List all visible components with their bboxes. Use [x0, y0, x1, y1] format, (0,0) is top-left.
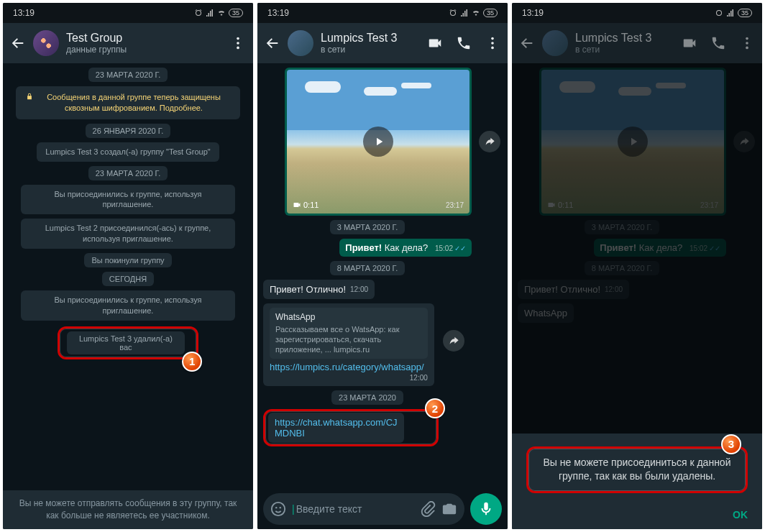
- highlight-box-3: Вы не можете присоединиться к данной гру…: [526, 446, 748, 493]
- invite-link-message[interactable]: https://chat.whatsapp.com/CJMDNBI: [268, 413, 404, 443]
- date-chip: 3 МАРТА 2020 Г.: [330, 220, 405, 234]
- link-url[interactable]: https://lumpics.ru/category/whatsapp/: [270, 362, 428, 372]
- menu-icon: [739, 35, 755, 51]
- link-title: WhatsApp: [275, 312, 422, 324]
- status-bar: 13:19 35: [3, 3, 253, 23]
- alarm-icon: [194, 9, 203, 17]
- screenshot-1: 13:19 35 Test Group данные группы 23 МАР…: [3, 3, 253, 529]
- link-preview-card[interactable]: WhatsApp Рассказываем все о WatsApp: как…: [270, 308, 428, 359]
- mic-button[interactable]: [470, 493, 502, 525]
- signal-icon: [460, 9, 469, 17]
- message-time: 12:00: [410, 374, 428, 382]
- menu-icon[interactable]: [485, 35, 500, 51]
- video-call-icon: [682, 35, 697, 51]
- svg-point-2: [237, 47, 239, 50]
- status-icons: 35: [449, 9, 498, 17]
- chat-body: 23 МАРТА 2020 Г. Сообщения в данной груп…: [3, 63, 253, 490]
- video-message[interactable]: 0:11 23:17: [285, 68, 472, 216]
- invite-link-url[interactable]: https://chat.whatsapp.com/CJMDNBI: [275, 417, 398, 439]
- group-avatar[interactable]: [33, 30, 59, 56]
- svg-point-11: [746, 47, 748, 50]
- date-chip: СЕГОДНЯ: [102, 272, 154, 286]
- signal-icon: [726, 9, 735, 17]
- callout-badge-1: 1: [182, 352, 202, 372]
- dialog-ok-button[interactable]: OK: [526, 509, 748, 520]
- callout-badge-2: 2: [425, 398, 445, 418]
- chat-body[interactable]: 0:11 23:17 3 МАРТА 2020 Г. Привет! Как д…: [257, 63, 508, 489]
- chat-title: Lumpics Test 3: [575, 32, 674, 45]
- message-time: 12:00: [350, 285, 368, 293]
- incoming-link-message[interactable]: WhatsApp Рассказываем все о WatsApp: как…: [263, 303, 434, 386]
- highlight-box-2: https://chat.whatsapp.com/CJMDNBI 2: [263, 409, 439, 446]
- camera-icon[interactable]: [441, 501, 457, 517]
- svg-point-10: [746, 42, 748, 45]
- attach-icon[interactable]: [420, 501, 436, 517]
- videocam-icon: [293, 201, 301, 209]
- forward-icon: [484, 136, 495, 147]
- video-call-icon[interactable]: [427, 35, 443, 51]
- contact-avatar: [542, 30, 568, 56]
- date-chip: 23 МАРТА 2020 Г.: [88, 166, 168, 180]
- status-time: 13:19: [13, 8, 35, 18]
- back-arrow-icon[interactable]: [265, 35, 280, 51]
- header-titles[interactable]: Test Group данные группы: [66, 32, 223, 55]
- svg-point-4: [491, 42, 494, 45]
- battery-indicator: 35: [738, 9, 752, 17]
- back-arrow-icon: [519, 35, 535, 51]
- encryption-notice[interactable]: Сообщения в данной группе теперь защищен…: [16, 86, 240, 119]
- svg-point-5: [491, 47, 494, 50]
- dialog-message: Вы не можете присоединиться к данной гру…: [539, 456, 736, 484]
- back-arrow-icon[interactable]: [10, 35, 26, 51]
- play-icon: [372, 135, 385, 148]
- system-message: Вы покинули группу: [84, 253, 171, 267]
- system-message: Lumpics Test 2 присоединился(-ась) к гру…: [21, 219, 236, 249]
- chat-header[interactable]: Lumpics Test 3 в сети: [257, 23, 508, 63]
- signal-icon: [206, 9, 214, 17]
- message-time: 15:02: [435, 244, 453, 252]
- svg-point-6: [272, 503, 285, 515]
- error-dialog: Вы не можете присоединиться к данной гру…: [512, 434, 762, 529]
- header-titles[interactable]: Lumpics Test 3 в сети: [321, 32, 420, 55]
- message-input[interactable]: Введите текст: [263, 493, 464, 525]
- play-button[interactable]: [363, 127, 393, 157]
- highlight-box-1: Lumpics Test 3 удалил(-а) вас 1: [58, 326, 198, 359]
- system-message: Вы присоединились к группе, используя пр…: [21, 185, 236, 215]
- svg-point-3: [491, 37, 494, 40]
- status-icons: 35: [194, 9, 243, 17]
- svg-point-0: [237, 37, 239, 40]
- svg-point-9: [746, 37, 748, 40]
- cannot-send-footer: Вы не можете отправлять сообщения в эту …: [3, 490, 253, 529]
- chat-title: Lumpics Test 3: [321, 32, 420, 45]
- battery-indicator: 35: [483, 9, 498, 17]
- system-message: Lumpics Test 3 создал(-а) группу "Test G…: [37, 142, 219, 162]
- wifi-icon: [217, 9, 226, 17]
- input-bar: Введите текст: [257, 489, 508, 529]
- screenshot-3: 13:19 35 Lumpics Test 3 в сети 0:11 23:1…: [512, 3, 762, 529]
- chat-subtitle: в сети: [575, 45, 674, 55]
- date-chip: 8 МАРТА 2020 Г.: [330, 261, 405, 275]
- date-chip: 23 МАРТА 2020 Г.: [88, 68, 168, 82]
- incoming-message[interactable]: Привет! Отлично! 12:00: [263, 280, 375, 299]
- chat-subtitle: данные группы: [66, 45, 223, 55]
- video-thumbnail[interactable]: 0:11 23:17: [287, 70, 469, 214]
- date-chip: 23 МАРТА 2020: [331, 390, 403, 405]
- battery-indicator: 35: [229, 9, 243, 17]
- chat-subtitle: в сети: [321, 45, 420, 55]
- emoji-icon[interactable]: [270, 501, 286, 517]
- chat-header: Lumpics Test 3 в сети: [512, 23, 762, 63]
- forward-button[interactable]: [443, 330, 464, 352]
- menu-icon[interactable]: [230, 35, 246, 51]
- voice-call-icon: [710, 35, 726, 51]
- input-placeholder: Введите текст: [292, 503, 414, 515]
- chat-header[interactable]: Test Group данные группы: [3, 23, 253, 63]
- status-time: 13:19: [522, 8, 544, 18]
- video-duration: 0:11: [293, 201, 319, 209]
- outgoing-message[interactable]: Привет! Как дела? 15:02✓✓: [339, 239, 472, 257]
- read-ticks-icon: ✓✓: [454, 244, 466, 252]
- voice-call-icon[interactable]: [456, 35, 472, 51]
- contact-avatar[interactable]: [288, 30, 313, 56]
- forward-button[interactable]: [479, 131, 500, 152]
- video-time: 23:17: [446, 201, 464, 209]
- alarm-icon: [449, 9, 457, 17]
- svg-point-8: [280, 507, 281, 508]
